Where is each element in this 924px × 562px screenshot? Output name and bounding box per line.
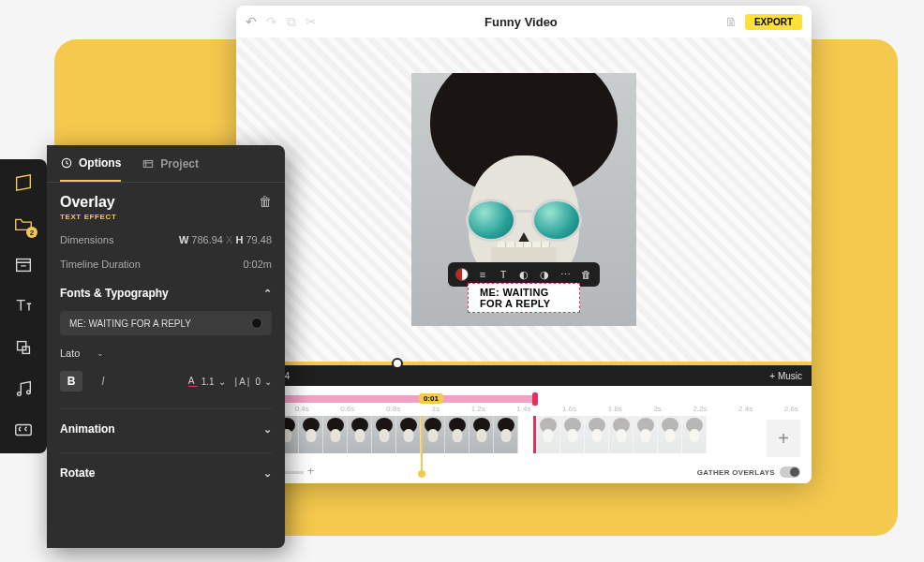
chevron-down-icon: ⌄ — [263, 423, 272, 436]
svg-rect-7 — [144, 160, 153, 167]
titlebar: ↶ ↷ ⧉ ✂ Funny Video 🗎 EXPORT — [236, 6, 812, 37]
tab-options[interactable]: Options — [60, 145, 121, 182]
align-icon[interactable]: ≡ — [474, 266, 491, 283]
dimensions-row: Dimensions W 786.94 X H 79.48 — [60, 234, 272, 245]
redo-icon[interactable]: ↷ — [266, 14, 277, 30]
chevron-up-icon: ⌃ — [263, 288, 272, 300]
more-icon[interactable]: ⋯ — [557, 266, 574, 283]
options-panel: Options Project Overlay TEXT EFFECT 🗑 Di… — [47, 145, 285, 548]
duration-row: Timeline Duration 0:02m — [60, 259, 272, 270]
text-color-swatch[interactable] — [251, 318, 262, 329]
fonts-section-header[interactable]: Fonts & Typography⌃ — [60, 287, 272, 300]
svg-point-4 — [27, 391, 31, 394]
italic-button[interactable]: I — [92, 371, 114, 392]
letter-spacing-control[interactable]: |A|0⌄ — [235, 377, 272, 387]
playhead-marker[interactable]: 0:01 — [419, 393, 443, 404]
chevron-down-icon: ⌄ — [97, 348, 104, 358]
add-music-button[interactable]: + Music — [769, 371, 802, 381]
editor-window: ↶ ↷ ⧉ ✂ Funny Video 🗎 EXPORT ≡ T — [236, 6, 812, 483]
line-height-control[interactable]: A1.1⌄ — [188, 376, 226, 387]
bold-button[interactable]: B — [60, 371, 82, 392]
color-swatch-icon[interactable] — [454, 266, 470, 283]
add-clip-button[interactable]: + — [767, 420, 800, 457]
project-title[interactable]: Funny Video — [317, 15, 725, 29]
text-tool-icon[interactable]: T — [495, 266, 512, 283]
delete-icon[interactable]: 🗑 — [577, 266, 594, 283]
overlay-subtitle: TEXT EFFECT — [60, 213, 116, 221]
timeline-ticks: 0.2s0.4s0.6s0.8s1s1.2s1.4s1.6s1.8s2s2.2s… — [247, 405, 800, 416]
timeline: 0:01 0.2s0.4s0.6s0.8s1s1.2s1.4s1.6s1.8s2… — [236, 386, 812, 483]
rotate-section-header[interactable]: Rotate⌄ — [60, 452, 272, 480]
preview-frame: ≡ T ◐ ◑ ⋯ 🗑 ME: WAITING FOR A REPLY — [411, 73, 636, 326]
cut-icon[interactable]: ✂ — [306, 14, 317, 30]
clip-range[interactable]: 0:01 — [247, 395, 800, 403]
svg-rect-1 — [18, 342, 26, 350]
chevron-down-icon: ⌄ — [263, 467, 272, 480]
overlay-text-input[interactable]: ME: WAITING FOR A REPLY — [60, 311, 272, 335]
shape-tool-icon[interactable] — [13, 337, 34, 358]
caption-overlay[interactable]: ME: WAITING FOR A REPLY — [468, 283, 580, 313]
effect-2-icon[interactable]: ◑ — [536, 266, 553, 283]
svg-point-3 — [18, 392, 22, 396]
undo-icon[interactable]: ↶ — [246, 14, 257, 30]
zoom-in-button[interactable]: + — [307, 465, 314, 478]
thumbnail-strip[interactable] — [247, 416, 800, 453]
tab-project[interactable]: Project — [142, 145, 199, 182]
export-button[interactable]: EXPORT — [745, 14, 802, 30]
animation-section-header[interactable]: Animation⌄ — [60, 408, 272, 436]
text-tool-icon[interactable] — [13, 296, 34, 317]
delete-overlay-button[interactable]: 🗑 — [259, 194, 272, 209]
music-tool-icon[interactable] — [13, 378, 34, 399]
scrub-bar[interactable] — [236, 362, 812, 365]
tool-sidebar: 2 — [0, 159, 47, 453]
gather-overlays-toggle[interactable]: GATHER OVERLAYS — [697, 466, 800, 478]
cc-tool-icon[interactable] — [13, 420, 34, 440]
copy-icon[interactable]: ⧉ — [287, 14, 296, 30]
svg-rect-0 — [17, 259, 31, 272]
preview-canvas[interactable]: ≡ T ◐ ◑ ⋯ 🗑 ME: WAITING FOR A REPLY ⟳ 0° — [236, 37, 812, 362]
document-icon[interactable]: 🗎 — [725, 15, 738, 29]
panel-tabs: Options Project — [47, 145, 285, 183]
clip-tool-icon[interactable] — [13, 172, 34, 193]
folder-badge: 2 — [26, 227, 37, 238]
effect-1-icon[interactable]: ◐ — [515, 266, 532, 283]
archive-tool-icon[interactable] — [13, 255, 34, 275]
time-bar: 0:01 / 0:04 + Music — [236, 365, 812, 386]
overlay-title: Overlay — [60, 194, 116, 211]
font-family-select[interactable]: Lato⌄ — [60, 345, 104, 362]
svg-rect-5 — [16, 425, 32, 436]
